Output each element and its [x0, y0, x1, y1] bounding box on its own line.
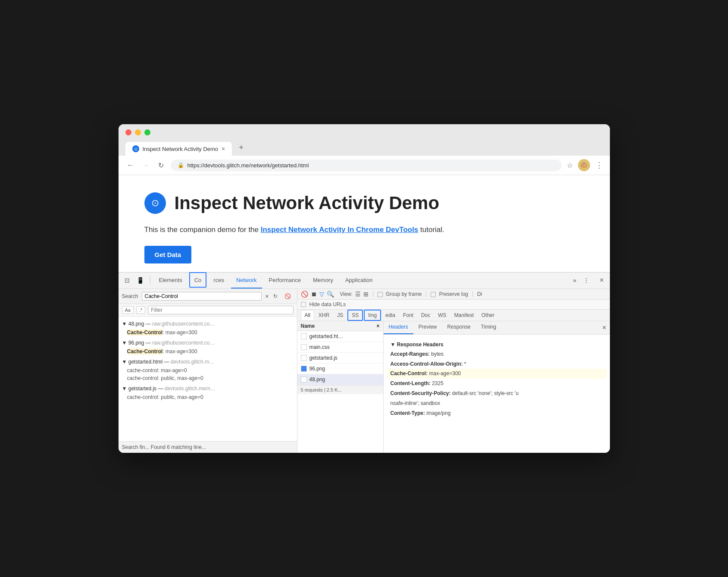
- network-panel: 🚫 ⏹ ▽ 🔍 View: ☰ ⊞ Group by frame: [297, 289, 610, 453]
- reload-button[interactable]: ↻: [156, 160, 166, 171]
- file-name: main.css: [309, 344, 330, 350]
- url-bar[interactable]: 🔒 https://devtools.glitch.me/network/get…: [171, 160, 562, 171]
- tab-close-icon[interactable]: ×: [222, 145, 225, 152]
- filter-tab-js[interactable]: JS: [334, 310, 347, 320]
- tab-headers[interactable]: Headers: [384, 321, 413, 334]
- search-input-wrap: Cache-Control: [142, 292, 262, 301]
- search-case-sensitive-button[interactable]: Aa: [122, 306, 134, 314]
- grid-view-icon[interactable]: ⊞: [363, 291, 369, 298]
- list-item[interactable]: 96.png: [297, 364, 383, 374]
- list-item: ▼ 96.png — raw.githubusercontent.co… Cac…: [119, 337, 297, 356]
- tab-favicon-icon: ⊙: [132, 145, 139, 152]
- devtools-menu-icon[interactable]: ⋮: [581, 275, 592, 285]
- search-refresh-icon[interactable]: ↻: [271, 292, 280, 301]
- tab-timing[interactable]: Timing: [476, 321, 502, 334]
- device-toolbar-icon[interactable]: 📱: [134, 275, 147, 285]
- response-headers-title[interactable]: ▼ Response Headers: [387, 338, 606, 349]
- filter-tab-doc[interactable]: Doc: [418, 310, 434, 320]
- preserve-log-checkbox[interactable]: [431, 292, 436, 297]
- list-item[interactable]: 48.png: [297, 374, 383, 385]
- devtools-close-button[interactable]: ×: [597, 275, 606, 286]
- tab-response[interactable]: Response: [442, 321, 476, 334]
- filter-tab-media[interactable]: edia: [382, 310, 399, 320]
- inspect-element-icon[interactable]: ⊡: [122, 275, 132, 285]
- header-value: image/png: [426, 410, 450, 416]
- toolbar-separator: [150, 276, 150, 285]
- search-results: ▼ 48.png — raw.githubusercontent.co… Cac…: [119, 317, 297, 441]
- page-title: Inspect Network Activity Demo: [175, 193, 440, 213]
- forward-button[interactable]: →: [141, 160, 151, 171]
- header-csp: Content-Security-Policy: default-src 'no…: [387, 389, 606, 398]
- header-value: default-src 'none'; style-src 'u: [452, 390, 519, 396]
- header-access-control: Access-Control-Allow-Origin: *: [387, 359, 606, 369]
- file-type-icon: [301, 376, 307, 383]
- filter-tab-manifest[interactable]: Manifest: [451, 310, 477, 320]
- browser-tab[interactable]: ⊙ Inspect Network Activity Demo ×: [125, 142, 232, 156]
- tab-sources[interactable]: rces: [208, 272, 229, 288]
- file-name: 96.png: [309, 366, 325, 372]
- tab-memory-label: Memory: [313, 277, 333, 283]
- close-request-details-icon[interactable]: ×: [599, 321, 609, 334]
- network-record-icon[interactable]: ⏹: [311, 291, 317, 298]
- search-clear-icon[interactable]: ×: [265, 293, 269, 300]
- tab-memory[interactable]: Memory: [308, 272, 338, 288]
- result-line[interactable]: Cache-Control: max-age=300: [119, 329, 297, 336]
- new-tab-button[interactable]: +: [234, 140, 249, 156]
- bookmark-icon[interactable]: ☆: [567, 161, 573, 169]
- filter-tab-all[interactable]: All: [301, 310, 314, 320]
- close-headers-icon[interactable]: ×: [376, 323, 379, 329]
- maximize-window-button[interactable]: [144, 129, 150, 135]
- list-view-icon[interactable]: ☰: [355, 291, 361, 298]
- network-search-icon[interactable]: 🔍: [327, 291, 334, 298]
- back-button[interactable]: ←: [125, 160, 136, 171]
- list-item: ▼ 48.png — raw.githubusercontent.co… Cac…: [119, 318, 297, 337]
- list-item[interactable]: getstarted.js: [297, 353, 383, 364]
- minimize-window-button[interactable]: [135, 129, 141, 135]
- page-content: ⊙ Inspect Network Activity Demo This is …: [119, 175, 610, 272]
- network-filter-bar: Hide data URLs: [297, 300, 610, 310]
- close-window-button[interactable]: [125, 129, 131, 135]
- filter-tab-xhr[interactable]: XHR: [315, 310, 333, 320]
- result-line[interactable]: cache-control: public, max-age=0: [119, 393, 297, 401]
- search-filter-input[interactable]: [148, 306, 293, 314]
- tab-network[interactable]: Network: [231, 272, 262, 288]
- result-line[interactable]: cache-control: max-age=0: [119, 367, 297, 374]
- list-item[interactable]: main.css: [297, 342, 383, 353]
- tab-elements[interactable]: Elements: [154, 272, 187, 288]
- header-name: Content-Security-Policy:: [391, 390, 451, 396]
- more-tabs-button[interactable]: »: [570, 275, 579, 285]
- result-line[interactable]: cache-control: public, max-age=0: [119, 374, 297, 382]
- filter-tab-other[interactable]: Other: [478, 310, 498, 320]
- filter-tab-font[interactable]: Font: [400, 310, 417, 320]
- header-csp-continued: nsafe-inline'; sandbox: [387, 398, 606, 408]
- filter-tab-css[interactable]: SS: [347, 310, 363, 321]
- page-description: This is the companion demo for the Inspe…: [144, 224, 584, 235]
- list-item[interactable]: getstarted.ht…: [297, 331, 383, 342]
- result-line[interactable]: Cache-Control: max-age=300: [119, 348, 297, 355]
- tab-title: Inspect Network Activity Demo: [143, 146, 219, 152]
- tutorial-link[interactable]: Inspect Network Activity In Chrome DevTo…: [261, 226, 419, 234]
- hide-data-urls-checkbox[interactable]: [301, 302, 306, 307]
- get-data-button[interactable]: Get Data: [144, 246, 192, 263]
- search-regex-button[interactable]: .*: [136, 306, 145, 314]
- filter-tab-ws[interactable]: WS: [434, 310, 450, 320]
- search-input[interactable]: Cache-Control: [145, 293, 259, 299]
- tab-application[interactable]: Application: [340, 272, 378, 288]
- profile-button[interactable]: 🐵: [578, 159, 590, 171]
- network-stop-icon[interactable]: 🚫: [301, 291, 308, 298]
- tab-console[interactable]: Co: [189, 272, 207, 288]
- hide-data-urls-label: Hide data URLs: [301, 301, 346, 307]
- header-value: max-age=300: [429, 370, 461, 376]
- network-files-area: Name × getstarted.ht… main.css: [297, 321, 610, 453]
- tab-preview[interactable]: Preview: [413, 321, 442, 334]
- result-filename: ▼ 48.png — raw.githubusercontent.co…: [119, 319, 297, 329]
- url-text: https://devtools.glitch.me/network/getst…: [187, 162, 309, 169]
- search-stop-icon[interactable]: 🚫: [282, 292, 294, 301]
- group-by-frame-checkbox[interactable]: [378, 292, 383, 297]
- tab-performance[interactable]: Performance: [264, 272, 306, 288]
- name-column-label: Name: [301, 323, 315, 329]
- filter-tab-img[interactable]: Img: [364, 310, 381, 321]
- network-filter-icon[interactable]: ▽: [319, 291, 324, 298]
- headers-tabs: Headers Preview Response Timing ×: [384, 321, 610, 335]
- browser-menu-icon[interactable]: ⋮: [595, 160, 603, 170]
